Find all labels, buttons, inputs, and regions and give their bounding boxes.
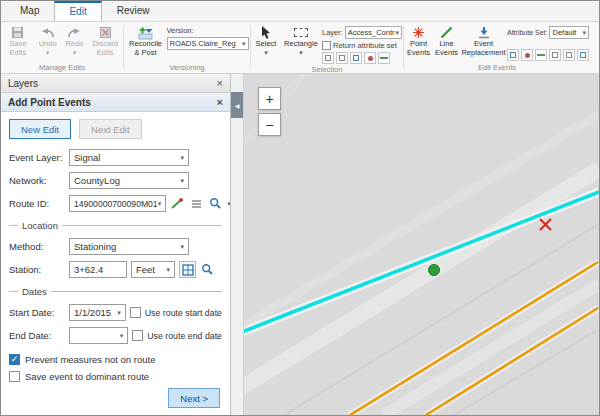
new-edit-button[interactable]: New Edit	[9, 119, 71, 139]
chevron-down-icon: ▾	[73, 49, 77, 57]
discard-edits-button[interactable]: Discard Edits	[88, 23, 122, 62]
select-route-on-map-icon[interactable]	[170, 196, 185, 212]
cursor-icon	[261, 25, 272, 40]
prevent-measures-checkbox[interactable]: ✓	[9, 354, 20, 365]
selection-options-column: Layer: Access_Control ▾ Return attribute…	[322, 23, 402, 64]
version-column: Version: ROADS.Claire_Reg ▾	[167, 23, 249, 62]
point-events-label: Point Events	[405, 40, 432, 57]
chevron-down-icon: ▾	[582, 29, 586, 37]
dates-section-divider: Dates	[9, 286, 222, 297]
next-button[interactable]: Next >	[168, 388, 220, 408]
chevron-down-icon: ▾	[117, 309, 121, 317]
chevron-down-icon[interactable]: ▾	[227, 200, 230, 208]
method-select[interactable]: Stationing ▾	[69, 238, 189, 255]
network-select[interactable]: CountyLog ▾	[69, 172, 189, 189]
measure-tool-icon[interactable]	[577, 49, 589, 61]
event-replacement-button[interactable]: Event Replacement	[461, 23, 506, 62]
redo-label: Redo	[65, 40, 83, 49]
collapse-left-icon: ◀	[235, 102, 240, 109]
clear-selection-tool-icon[interactable]	[364, 52, 376, 64]
event-layer-row: Event Layer: Signal ▾	[9, 149, 222, 166]
return-attribute-set-checkbox[interactable]	[322, 41, 331, 50]
route-list-icon[interactable]	[189, 196, 204, 212]
snap-tool-icon[interactable]	[507, 49, 519, 61]
prevent-measures-row: ✓ Prevent measures not on route	[9, 354, 222, 365]
attribute-set-select[interactable]: Default ▾	[549, 26, 589, 39]
point-events-button[interactable]: Point Events	[405, 23, 432, 62]
chevron-down-icon: ▾	[180, 154, 184, 162]
app-window: Map Edit Review Save Edits Undo ▾	[0, 0, 600, 416]
collapse-panel-button[interactable]: ◀	[231, 92, 243, 118]
redo-icon	[67, 25, 81, 40]
undo-label: Undo	[39, 40, 57, 49]
map-graphics	[244, 74, 599, 415]
ribbon-group-selection: Select ▾ Rectangle ▾ Layer: Access_Contr…	[251, 22, 403, 73]
start-date-row: Start Date: 1/1/2015 ▾ Use route start d…	[9, 304, 222, 321]
method-row: Method: Stationing ▾	[9, 238, 222, 255]
network-row: Network: CountyLog ▾	[9, 172, 222, 189]
point-events-icon	[412, 25, 425, 40]
close-icon[interactable]: ×	[217, 78, 223, 89]
use-route-start-date-checkbox[interactable]	[130, 307, 141, 318]
start-date-picker[interactable]: 1/1/2015 ▾	[69, 304, 126, 321]
rectangle-select-button[interactable]: Rectangle ▾	[281, 23, 321, 64]
selection-options-tool-icon[interactable]	[378, 52, 390, 64]
reconcile-post-button[interactable]: Reconcile & Post	[126, 23, 166, 62]
save-edits-label: Save Edits	[2, 40, 34, 57]
route-id-combobox[interactable]: 14900000700090M01 ▾	[69, 195, 166, 212]
save-edits-button[interactable]: Save Edits	[2, 23, 34, 62]
trace-tool-icon[interactable]	[549, 49, 561, 61]
zoom-out-button[interactable]: −	[258, 113, 281, 136]
add-point-events-header: Add Point Events ×	[1, 93, 230, 112]
panel-collapse-strip: ◀	[231, 74, 244, 415]
zoom-to-station-icon[interactable]	[200, 262, 215, 278]
end-date-row: End Date: ▾ Use route end date	[9, 327, 222, 344]
tab-map[interactable]: Map	[5, 1, 54, 21]
sketch-point-tool-icon[interactable]	[521, 49, 533, 61]
close-icon[interactable]: ×	[217, 97, 223, 108]
tab-review[interactable]: Review	[102, 1, 165, 21]
save-dominant-checkbox[interactable]	[9, 371, 20, 382]
reconcile-post-icon	[138, 25, 153, 40]
zoom-control: + −	[258, 87, 281, 136]
group-label-versioning: Versioning	[125, 62, 249, 73]
line-events-label: Line Events	[433, 40, 460, 57]
zoom-in-button[interactable]: +	[258, 87, 281, 110]
app-body: Layers × Add Point Events × New Edit Nex…	[1, 74, 599, 415]
map-view[interactable]: + −	[244, 74, 599, 415]
version-select[interactable]: ROADS.Claire_Reg ▾	[167, 37, 249, 50]
select-by-rectangle-tool-icon[interactable]	[322, 52, 334, 64]
use-route-start-date-label: Use route start date	[145, 308, 222, 318]
station-units-select[interactable]: Feet ▾	[131, 261, 175, 278]
line-events-button[interactable]: Line Events	[433, 23, 460, 62]
station-input[interactable]: 3+62.4	[69, 261, 127, 278]
sketch-line-tool-icon[interactable]	[535, 49, 547, 61]
event-layer-select[interactable]: Signal ▾	[69, 149, 189, 166]
select-by-polygon-tool-icon[interactable]	[336, 52, 348, 64]
zoom-to-route-icon[interactable]	[208, 196, 223, 212]
selection-layer-select[interactable]: Access_Control ▾	[345, 26, 402, 39]
pick-station-on-map-button[interactable]	[179, 261, 196, 278]
select-button[interactable]: Select ▾	[252, 23, 280, 64]
undo-button[interactable]: Undo ▾	[35, 23, 61, 62]
end-date-picker[interactable]: ▾	[69, 327, 128, 344]
discard-edits-label: Discard Edits	[88, 40, 122, 57]
offset-tool-icon[interactable]	[563, 49, 575, 61]
attribute-set-column: Attribute Set: Default ▾	[507, 23, 589, 62]
group-label-selection: Selection	[252, 64, 402, 74]
next-edit-button[interactable]: Next Edit	[79, 119, 142, 139]
chevron-down-icon: ▾	[120, 332, 124, 340]
redo-button[interactable]: Redo ▾	[62, 23, 88, 62]
line-events-icon	[440, 25, 453, 40]
dates-section-label: Dates	[22, 286, 47, 297]
chevron-down-icon: ▾	[180, 177, 184, 185]
use-route-end-date-checkbox[interactable]	[132, 330, 143, 341]
location-section-label: Location	[22, 220, 58, 231]
tab-edit[interactable]: Edit	[54, 1, 101, 21]
network-label: Network:	[9, 175, 65, 186]
station-label: Station:	[9, 264, 65, 275]
ribbon-group-versioning: Reconcile & Post Version: ROADS.Claire_R…	[124, 22, 250, 73]
attribute-set-label: Attribute Set:	[507, 29, 547, 36]
select-by-lasso-tool-icon[interactable]	[350, 52, 362, 64]
select-label: Select	[256, 40, 277, 49]
